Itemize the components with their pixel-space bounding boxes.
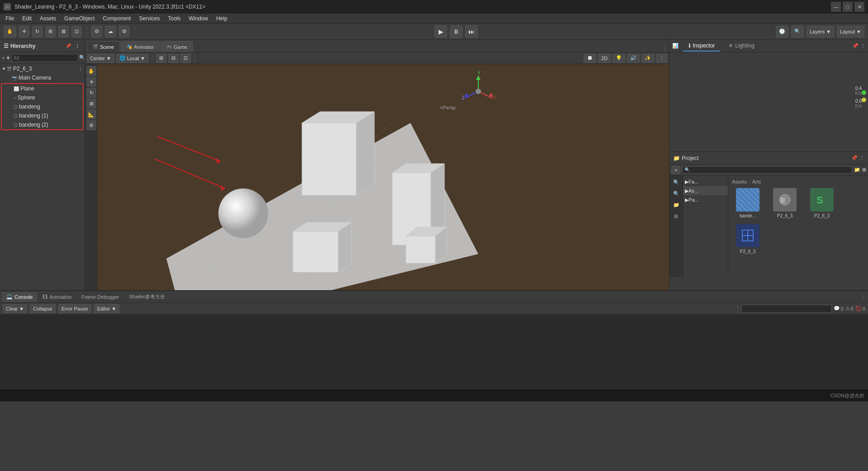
menu-help[interactable]: Help [212,14,231,23]
menu-assets[interactable]: Assets [36,14,60,23]
menu-gameobject[interactable]: GameObject [61,14,98,23]
tool-custom-scene[interactable]: ⚙ [86,120,96,130]
project-pin[interactable]: 📌 [851,155,858,161]
tool-rotate[interactable]: ↻ [32,26,42,38]
hierarchy-add[interactable]: + [2,54,5,62]
snap-btn[interactable]: ⊡ [180,54,191,63]
menu-tools[interactable]: Tools [164,14,184,23]
root-options[interactable]: ⋮ [78,66,83,71]
search-btn[interactable]: 🔍 [791,26,804,38]
pivot-btn[interactable]: Center ▼ [87,54,114,63]
project-search[interactable]: 🔍 [682,166,852,174]
tool-hand-scene[interactable]: ✋ [86,66,96,76]
hierarchy-search[interactable] [11,54,78,62]
minimize-btn[interactable]: — [831,2,841,12]
tab-lighting[interactable]: ☀ Lighting [723,41,760,52]
layout-dropdown[interactable]: Layout ▼ [837,26,864,38]
project-tree-pa[interactable]: ▶ Pa... [683,195,728,204]
tree-item-plane[interactable]: ⬜ Plane [2,84,83,93]
hierarchy-options[interactable]: ⋮ [74,42,81,50]
tree-arrow-pa: ▶ [685,197,689,203]
tree-item-bandeng[interactable]: ⬡ bandeng [2,102,83,111]
step-btn[interactable]: ⏭ [465,25,478,38]
bandeng-icon: ⬡ [14,104,18,109]
space-btn[interactable]: 🌐 Local ▼ [116,54,148,63]
scene-more[interactable]: ⋮ [656,54,667,63]
tab-animator[interactable]: 🎭 Animator [121,41,160,52]
project-add[interactable]: + [671,166,680,174]
tool-move-scene[interactable]: ✛ [86,77,96,87]
tool-rotate-scene[interactable]: ↻ [86,88,96,98]
scene-view[interactable]: ✋ ✛ ↻ ⊞ 📐 ⚙ [85,64,669,290]
menu-component[interactable]: Component [99,14,134,23]
view-options[interactable]: 🔲 [584,54,596,63]
pause-btn[interactable]: ⏸ [450,25,462,38]
project-options[interactable]: ⋮ [859,155,864,161]
menu-file[interactable]: File [2,14,18,23]
inspector-options[interactable]: ⋮ [860,43,865,49]
sidebar-zoom-out[interactable]: 🔍 [671,188,681,198]
asset-script[interactable]: S P2_6_3 [806,188,838,218]
project-toggle[interactable]: ⊞ [862,167,866,173]
effects-btn[interactable]: ✨ [642,54,654,63]
animation-label: Animation [49,294,71,300]
view-2d[interactable]: 2D [598,54,611,63]
asset-texture[interactable]: bande... [732,188,764,218]
bc-arts[interactable]: Arts [752,179,761,184]
close-btn[interactable]: ✕ [854,2,864,12]
tree-item-bandeng2[interactable]: ⬡ bandeng (2) [2,120,83,129]
tool-rect[interactable]: ⊠ [58,26,69,38]
collab-btn[interactable]: ⚙ [119,26,130,38]
console-tab-animation[interactable]: 🎞 Animation [38,292,76,302]
tab-inspector[interactable]: ℹ Inspector [683,41,720,52]
sidebar-zoom-in[interactable]: 🔍 [671,177,681,187]
scene-light[interactable]: 💡 [613,54,625,63]
console-tab-shader[interactable]: Shader参考大全 [124,292,169,302]
hierarchy-title: Hierarchy [10,43,63,49]
tool-move[interactable]: ✛ [19,26,29,38]
history-btn[interactable]: 🕐 [776,26,788,38]
tree-item-maincamera[interactable]: 📷 Main Camera [0,73,85,82]
cloud-btn[interactable]: ☁ [105,26,116,38]
inspector-pin[interactable]: 📌 [852,43,859,49]
sidebar-grid[interactable]: ⊞ [671,211,681,221]
settings-btn[interactable]: ⚙ [91,26,102,38]
tool-scale-scene[interactable]: ⊞ [86,99,96,108]
menu-window[interactable]: Window [185,14,212,23]
maximize-btn[interactable]: □ [843,2,853,12]
tab-game[interactable]: 🎮 Game [160,41,193,52]
bc-assets[interactable]: Assets [732,179,747,184]
console-tab-frame-debugger[interactable]: Frame Debugger [77,292,123,302]
project-tree-as[interactable]: ▶ As... [683,186,728,195]
error-pause-btn[interactable]: Error Pause [58,304,91,313]
hierarchy-pin[interactable]: 📌 [65,42,72,50]
asset-scene[interactable]: P2_6_3 [769,188,801,218]
sidebar-folder[interactable]: 📁 [671,200,681,210]
tool-transform[interactable]: ⊡ [71,26,82,38]
tool-hand[interactable]: ✋ [4,26,16,38]
project-tree-fa[interactable]: ▶ Fa... [683,177,728,186]
layers-dropdown[interactable]: Layers ▼ [807,26,834,38]
hierarchy-dropdown[interactable]: ▼ [5,54,10,62]
tree-item-root[interactable]: ▼ 🎬 P2_6_3 ⋮ [0,64,85,73]
editor-btn[interactable]: Editor ▼ [94,304,120,313]
asset-prefab[interactable]: P2_6_3 [732,224,764,254]
clear-btn[interactable]: Clear ▼ [3,304,27,313]
collapse-btn[interactable]: Collapse [30,304,56,313]
draw-mode-btn[interactable]: ⊞ [156,54,166,63]
console-options-btn[interactable]: ⋮ [861,294,866,300]
show-grid-btn[interactable]: ⊟ [168,54,179,63]
tree-item-bandeng1[interactable]: ⬡ bandeng (1) [2,111,83,120]
audio-btn[interactable]: 🔊 [627,54,640,63]
tab-scene[interactable]: 🎬 Scene [87,41,120,52]
tool-rect-scene[interactable]: 📐 [86,109,96,119]
tool-scale[interactable]: ⊞ [45,26,56,38]
tree-item-sphere[interactable]: ○ Sphere [2,93,83,102]
console-search[interactable] [741,305,832,313]
play-btn[interactable]: ▶ [434,25,447,38]
menu-edit[interactable]: Edit [19,14,35,23]
console-tab-console[interactable]: 💻 Console [2,292,37,302]
project-folder[interactable]: 📁 [854,167,860,173]
scene-more-btn[interactable]: ⋮ [662,46,667,52]
menu-services[interactable]: Services [135,14,163,23]
